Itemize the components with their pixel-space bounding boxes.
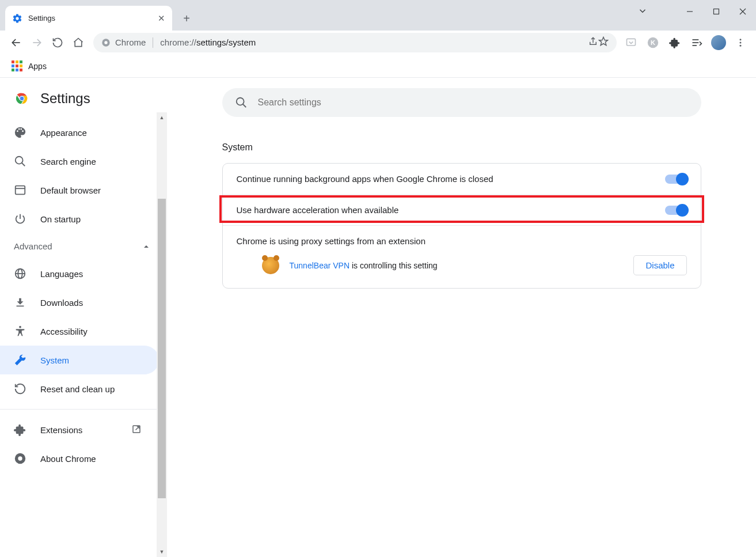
window-minimize-button[interactable] — [677, 0, 703, 23]
svg-point-32 — [18, 456, 22, 460]
system-settings-card: Continue running background apps when Go… — [222, 163, 701, 289]
settings-search[interactable] — [222, 88, 701, 117]
address-chip-label: Chrome — [115, 37, 146, 47]
disable-extension-button[interactable]: Disable — [633, 255, 686, 275]
svg-marker-8 — [599, 37, 608, 46]
wrench-icon — [14, 354, 26, 366]
sidebar-item-label: Downloads — [40, 298, 83, 308]
sidebar-item-label: System — [40, 355, 69, 365]
restore-icon — [14, 382, 26, 395]
new-tab-button[interactable]: + — [178, 10, 195, 27]
palette-icon — [14, 126, 26, 139]
share-icon[interactable] — [588, 36, 598, 48]
sidebar-item-accessibility[interactable]: Accessibility — [0, 317, 159, 346]
extension-link[interactable]: TunnelBear VPN — [290, 261, 350, 270]
svg-line-34 — [242, 104, 246, 108]
settings-sidebar: Settings Appearance Search engine Defaul… — [0, 78, 167, 557]
gear-icon — [12, 13, 22, 24]
svg-marker-25 — [144, 245, 149, 248]
toggle-hardware-accel[interactable] — [665, 206, 687, 215]
chevron-up-icon — [143, 243, 150, 250]
svg-point-17 — [740, 44, 742, 46]
svg-point-15 — [740, 39, 742, 40]
svg-text:K: K — [651, 39, 655, 46]
sidebar-advanced-toggle[interactable]: Advanced — [0, 233, 167, 259]
omnibox-divider — [153, 37, 153, 48]
address-bar[interactable]: Chrome chrome://settings/system — [93, 33, 617, 52]
sidebar-item-reset[interactable]: Reset and clean up — [0, 374, 159, 403]
sidebar-item-label: Extensions — [40, 425, 82, 435]
kebab-menu-icon[interactable] — [731, 33, 750, 52]
back-button[interactable] — [6, 32, 26, 53]
sidebar-item-label: About Chrome — [40, 454, 96, 464]
sidebar-item-label: Languages — [40, 269, 83, 279]
sidebar-item-search-engine[interactable]: Search engine — [0, 147, 159, 176]
power-icon — [14, 213, 26, 225]
window-close-button[interactable] — [730, 0, 756, 23]
page-title: Settings — [40, 90, 90, 107]
url-prefix: chrome:// — [160, 37, 196, 47]
tab-title: Settings — [28, 14, 158, 22]
home-button[interactable] — [68, 32, 89, 53]
svg-point-16 — [740, 41, 742, 43]
svg-rect-23 — [16, 186, 25, 195]
sidebar-scrollbar[interactable]: ▲ ▼ — [157, 112, 167, 557]
external-link-icon — [131, 424, 142, 436]
close-tab-icon[interactable]: ✕ — [158, 13, 165, 24]
puzzle-icon — [14, 423, 26, 436]
setting-row-proxy: Chrome is using proxy settings from an e… — [223, 226, 701, 248]
sidebar-item-appearance[interactable]: Appearance — [0, 118, 159, 147]
sidebar-item-about[interactable]: About Chrome — [0, 444, 159, 473]
scroll-up-icon[interactable]: ▲ — [157, 112, 167, 123]
accessibility-icon — [14, 325, 26, 338]
sidebar-item-label: Default browser — [40, 185, 101, 195]
download-icon — [14, 296, 26, 309]
chrome-logo-icon — [14, 90, 30, 107]
sidebar-item-label: Reset and clean up — [40, 384, 115, 394]
svg-rect-1 — [714, 9, 719, 14]
svg-point-21 — [16, 157, 23, 164]
tunnelbear-icon — [262, 257, 279, 274]
svg-point-7 — [104, 41, 107, 44]
extensions-puzzle-icon[interactable] — [665, 33, 685, 52]
reload-button[interactable] — [47, 32, 68, 53]
scroll-down-icon[interactable]: ▼ — [157, 547, 167, 557]
window-maximize-button[interactable] — [703, 0, 730, 23]
bookmarks-bar: Apps — [0, 55, 756, 78]
pocket-extension-icon[interactable] — [621, 33, 641, 52]
toggle-background-apps[interactable] — [665, 175, 687, 184]
tabs-dropdown-icon[interactable] — [637, 6, 648, 18]
sidebar-item-label: Search engine — [40, 157, 96, 166]
svg-line-22 — [22, 163, 25, 166]
k-extension-icon[interactable]: K — [643, 33, 663, 52]
forward-button[interactable] — [26, 32, 47, 53]
chrome-chip-icon — [101, 38, 111, 47]
browser-toolbar: Chrome chrome://settings/system K — [0, 31, 756, 55]
svg-rect-9 — [627, 39, 636, 46]
search-input[interactable] — [258, 97, 689, 108]
reading-list-icon[interactable] — [687, 33, 706, 52]
sidebar-item-label: Appearance — [40, 128, 87, 138]
apps-shortcut[interactable]: Apps — [12, 60, 47, 71]
sidebar-item-extensions[interactable]: Extensions — [0, 415, 159, 444]
svg-point-33 — [236, 98, 244, 105]
sidebar-item-on-startup[interactable]: On startup — [0, 204, 159, 233]
url-path: settings/system — [196, 37, 256, 47]
setting-row-hardware-accel: Use hardware acceleration when available — [223, 195, 701, 225]
bookmark-star-icon[interactable] — [598, 36, 609, 48]
sidebar-item-downloads[interactable]: Downloads — [0, 288, 159, 317]
sidebar-item-languages[interactable]: Languages — [0, 259, 159, 288]
setting-label: Continue running background apps when Go… — [237, 174, 493, 184]
advanced-label: Advanced — [14, 241, 52, 251]
apps-grid-icon — [12, 60, 22, 71]
window-titlebar: Settings ✕ + — [0, 0, 756, 31]
sidebar-item-default-browser[interactable]: Default browser — [0, 176, 159, 204]
profile-avatar[interactable] — [709, 33, 728, 52]
sidebar-separator — [0, 409, 167, 410]
globe-icon — [14, 267, 26, 280]
sidebar-item-system[interactable]: System — [0, 346, 159, 374]
extension-suffix: is controlling this setting — [349, 261, 438, 270]
scroll-thumb[interactable] — [158, 199, 166, 498]
browser-tab[interactable]: Settings ✕ — [5, 6, 172, 31]
sidebar-item-label: Accessibility — [40, 327, 88, 336]
